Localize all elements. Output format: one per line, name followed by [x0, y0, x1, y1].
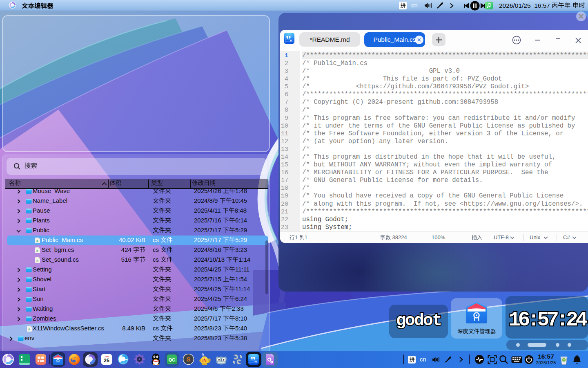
svg-text:25: 25 — [104, 358, 109, 364]
svg-text:16:57:24: 16:57:24 — [508, 308, 588, 332]
svg-text:JAN: JAN — [105, 355, 109, 358]
svg-text:S: S — [186, 356, 190, 363]
svg-text:godot: godot — [396, 311, 441, 330]
svg-text:QC: QC — [169, 357, 176, 362]
